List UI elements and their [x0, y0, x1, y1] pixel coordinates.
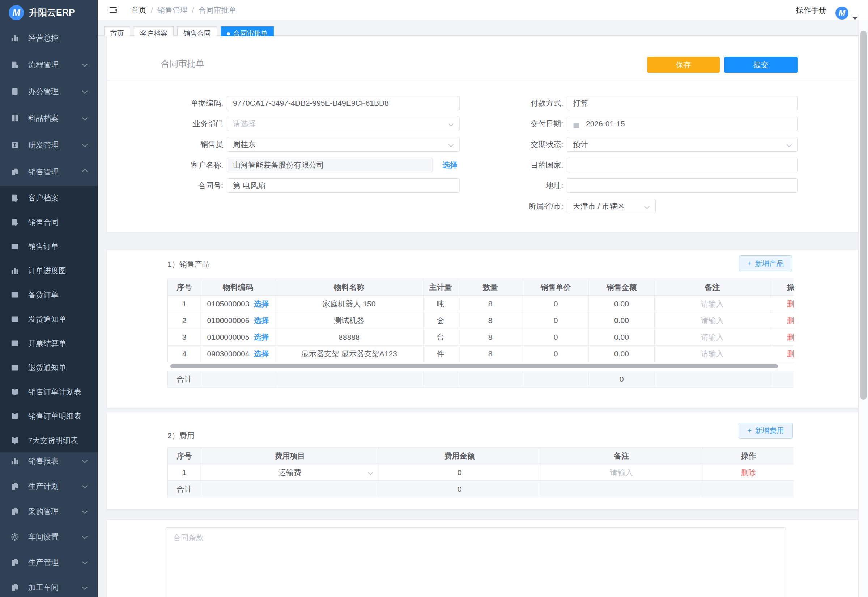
materials-icon [10, 114, 19, 125]
dest-country-input[interactable] [567, 158, 798, 172]
sidebar-item-stock-order[interactable]: 备货订单 [0, 282, 98, 307]
chevron-down-icon [644, 204, 650, 209]
sidebar-item-return-notice[interactable]: 退货通知单 [0, 355, 98, 380]
vertical-scrollbar-thumb[interactable] [861, 31, 867, 400]
terms-card: 合同条款 [107, 520, 858, 597]
copy-icon [10, 583, 19, 594]
row-delete-link[interactable]: 删除 [787, 349, 794, 359]
copy-icon [10, 167, 19, 178]
table-row: 3 0100000005选择 88888 台 8 0 0.00 请输入 删除 [168, 329, 794, 346]
user-caret-icon[interactable] [852, 16, 858, 20]
province-cascader[interactable]: 天津市 / 市辖区 [567, 199, 656, 214]
tab-sales-contract[interactable]: 销售合同 [177, 27, 217, 36]
chevron-up-icon [82, 169, 88, 174]
row-delete-link[interactable]: 删除 [787, 315, 794, 326]
office-icon [10, 87, 19, 98]
row-select-link[interactable]: 选择 [253, 332, 269, 342]
sidebar-item-production-mgmt[interactable]: 生产管理 [0, 549, 98, 576]
contract-terms-textarea[interactable]: 合同条款 [166, 527, 786, 597]
tab-customer-archive[interactable]: 客户档案 [134, 27, 173, 36]
row-delete-link[interactable]: 删除 [741, 468, 756, 478]
fees-section-title: 2）费用 [167, 431, 195, 441]
page-title: 合同审批单 [161, 58, 204, 70]
contract-no-input[interactable]: 第 电风扇 [227, 178, 460, 193]
sidebar-item-sales-report[interactable]: 销售报表 [0, 448, 98, 474]
payment-input[interactable]: 打算 [567, 96, 798, 110]
sidebar-item-workshop-settings[interactable]: 车间设置 [0, 524, 98, 550]
sidebar-item-business-overview[interactable]: 经营总控 [0, 25, 98, 51]
submit-button[interactable]: 提交 [724, 57, 798, 73]
delivery-date-input[interactable]: 2026-01-15 [567, 116, 798, 131]
grid-icon [10, 290, 19, 301]
add-product-button[interactable]: +新增产品 [739, 255, 792, 271]
save-button[interactable]: 保存 [647, 57, 720, 73]
vertical-scrollbar[interactable] [859, 20, 868, 597]
sidebar-item-invoice-settlement[interactable]: 开票结算单 [0, 331, 98, 355]
sidebar-item-processing-workshop[interactable]: 加工车间 [0, 574, 98, 597]
plus-icon: + [747, 260, 751, 268]
sidebar-item-customer-archive[interactable]: 客户档案 [0, 186, 98, 210]
row-delete-link[interactable]: 删除 [787, 299, 794, 309]
products-footer-table: 合计 0 [167, 370, 794, 388]
grid-icon [10, 315, 19, 326]
chart-icon [10, 456, 19, 468]
tab-contract-approval[interactable]: 合同审批单 [221, 27, 274, 36]
table-row: 2 0100000006选择 测试机器 套 8 0 0.00 请输入 删除 [168, 312, 794, 329]
add-fee-button[interactable]: +新增费用 [739, 423, 793, 438]
copy-icon [10, 507, 19, 518]
dept-select[interactable]: 请选择 [227, 116, 460, 131]
horizontal-scrollbar-thumb[interactable] [170, 364, 778, 368]
sidebar-item-office-mgmt[interactable]: 办公管理 [0, 78, 98, 105]
delivery-status-select[interactable]: 预计 [567, 137, 798, 151]
remark-input[interactable]: 请输入 [655, 296, 770, 312]
row-select-link[interactable]: 选择 [253, 299, 269, 309]
remark-input[interactable]: 请输入 [540, 464, 703, 481]
chevron-down-icon [82, 458, 88, 463]
fee-item-select[interactable]: 运输费 [201, 464, 379, 481]
manual-link[interactable]: 操作手册 [796, 0, 827, 20]
sidebar-item-process-mgmt[interactable]: 流程管理 [0, 51, 98, 78]
sidebar-item-material-archive[interactable]: 料品档案 [0, 105, 98, 132]
top-header: 首页 / 销售管理 / 合同审批单 操作手册 M [98, 0, 868, 20]
fees-total-row: 合计 0 [168, 481, 794, 498]
address-input[interactable] [567, 178, 798, 193]
flow-icon [10, 60, 19, 71]
sidebar-item-order-detail-report[interactable]: 销售订单明细表 [0, 404, 98, 428]
grid-icon [10, 242, 19, 253]
doc-code-input[interactable]: 9770CA17-3497-4DB2-995E-B49E9CF61BD8 [227, 96, 460, 110]
horizontal-scrollbar[interactable] [167, 363, 794, 369]
book-icon [10, 387, 19, 398]
tab-home[interactable]: 首页 [104, 27, 130, 36]
logo-icon: M [9, 5, 24, 20]
row-select-link[interactable]: 选择 [253, 315, 269, 326]
remark-input[interactable]: 请输入 [655, 312, 770, 328]
remark-input[interactable]: 请输入 [655, 329, 770, 345]
chevron-down-icon [82, 115, 88, 121]
sidebar-item-sales-mgmt[interactable]: 销售管理 [0, 159, 98, 185]
products-section-title: 1）销售产品 [167, 259, 210, 269]
address-label: 地址: [465, 178, 563, 193]
customer-select-link[interactable]: 选择 [442, 158, 458, 172]
sidebar-item-purchase-mgmt[interactable]: 采购管理 [0, 498, 98, 525]
app-logo: M 升阳云ERP [0, 0, 98, 25]
tags-view-bar: 首页 客户档案 销售合同 合同审批单 [98, 20, 859, 36]
row-select-link[interactable]: 选择 [253, 349, 269, 359]
row-delete-link[interactable]: 删除 [787, 332, 794, 342]
avatar[interactable]: M [835, 6, 849, 19]
sidebar-item-rnd-mgmt[interactable]: 研发管理 [0, 132, 98, 159]
sidebar-item-order-progress[interactable]: 订单进度图 [0, 258, 98, 282]
chart-icon [10, 266, 19, 277]
payment-label: 付款方式: [465, 96, 563, 110]
breadcrumb-home[interactable]: 首页 [131, 5, 147, 15]
salesman-label: 销售员 [126, 137, 223, 151]
breadcrumb-sales-mgmt[interactable]: 销售管理 [157, 5, 188, 15]
salesman-select[interactable]: 周桂东 [227, 137, 460, 151]
table-row: 1 运输费 0 请输入 删除 [168, 464, 794, 481]
sidebar-item-sales-order[interactable]: 销售订单 [0, 234, 98, 258]
remark-input[interactable]: 请输入 [655, 346, 770, 362]
sidebar-item-order-plan-report[interactable]: 销售订单计划表 [0, 380, 98, 404]
sidebar-item-production-plan[interactable]: 生产计划 [0, 473, 98, 500]
sidebar-item-shipping-notice[interactable]: 发货通知单 [0, 307, 98, 331]
sidebar-item-sales-contract[interactable]: 销售合同 [0, 210, 98, 234]
sidebar-fold-icon[interactable] [108, 6, 118, 15]
